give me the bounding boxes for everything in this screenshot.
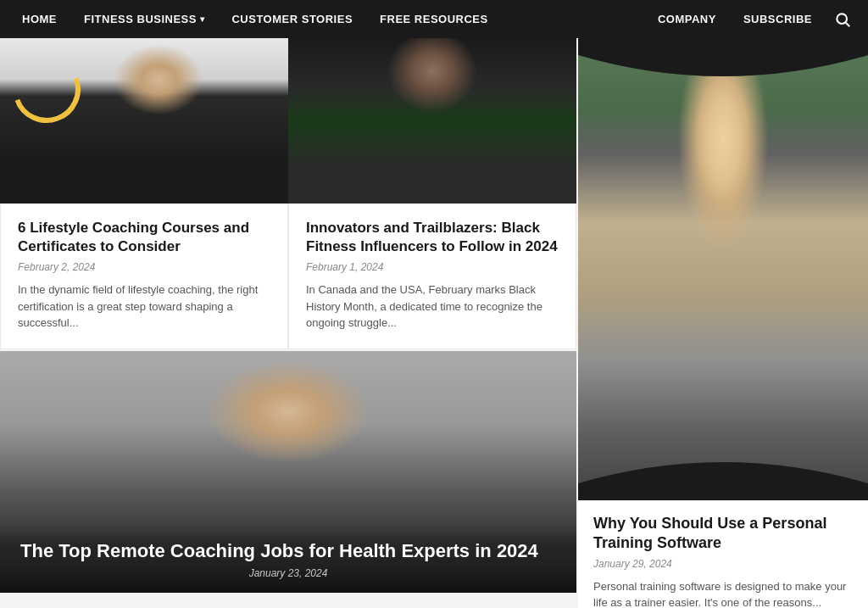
nav-company[interactable]: COMPANY xyxy=(644,0,730,38)
card-influencers-title[interactable]: Innovators and Trailblazers: Black Fitne… xyxy=(306,219,559,256)
card-lifestyle-image[interactable] xyxy=(0,38,288,204)
card-remote-coaching[interactable]: The Top Remote Coaching Jobs for Health … xyxy=(0,351,576,593)
right-card-title[interactable]: Why You Should Use a Personal Training S… xyxy=(593,514,853,554)
right-card-excerpt: Personal training software is designed t… xyxy=(593,578,853,608)
wide-card-date: January 23, 2024 xyxy=(20,567,556,579)
wide-card-overlay: The Top Remote Coaching Jobs for Health … xyxy=(0,522,576,593)
card-lifestyle-body: 6 Lifestyle Coaching Courses and Certifi… xyxy=(0,204,288,349)
wide-card-title: The Top Remote Coaching Jobs for Health … xyxy=(20,539,556,564)
card-influencers-date: February 1, 2024 xyxy=(306,261,559,273)
right-column: Why You Should Use a Personal Training S… xyxy=(578,38,868,608)
card-lifestyle: 6 Lifestyle Coaching Courses and Certifi… xyxy=(0,38,288,349)
card-lifestyle-title[interactable]: 6 Lifestyle Coaching Courses and Certifi… xyxy=(18,219,270,256)
nav-fitness-business[interactable]: FITNESS BUSINESS xyxy=(70,0,218,38)
curve-bottom-overlay xyxy=(578,449,868,500)
top-cards-row: 6 Lifestyle Coaching Courses and Certifi… xyxy=(0,38,576,349)
nav-subscribe[interactable]: SUBSCRIBE xyxy=(730,0,826,38)
nav-home[interactable]: HOME xyxy=(8,0,70,38)
card-influencers-image[interactable] xyxy=(288,38,576,204)
nav-free-resources[interactable]: FREE RESOURCES xyxy=(366,0,502,38)
left-column: 6 Lifestyle Coaching Courses and Certifi… xyxy=(0,38,576,608)
svg-point-0 xyxy=(837,14,847,24)
card-lifestyle-excerpt: In the dynamic field of lifestyle coachi… xyxy=(18,282,270,332)
card-lifestyle-date: February 2, 2024 xyxy=(18,261,270,273)
card-influencers-body: Innovators and Trailblazers: Black Fitne… xyxy=(288,204,576,349)
card-influencers: Innovators and Trailblazers: Black Fitne… xyxy=(288,38,576,349)
right-card-date: January 29, 2024 xyxy=(593,558,853,570)
svg-line-1 xyxy=(846,22,850,26)
search-icon[interactable] xyxy=(826,0,860,38)
card-influencers-excerpt: In Canada and the USA, February marks Bl… xyxy=(306,282,559,332)
right-card-body: Why You Should Use a Personal Training S… xyxy=(578,500,868,608)
curve-top-overlay xyxy=(578,38,868,89)
main-content: 6 Lifestyle Coaching Courses and Certifi… xyxy=(0,38,868,608)
navigation: HOME FITNESS BUSINESS CUSTOMER STORIES F… xyxy=(0,0,868,38)
nav-customer-stories[interactable]: CUSTOMER STORIES xyxy=(218,0,366,38)
right-card-image[interactable] xyxy=(578,38,868,500)
